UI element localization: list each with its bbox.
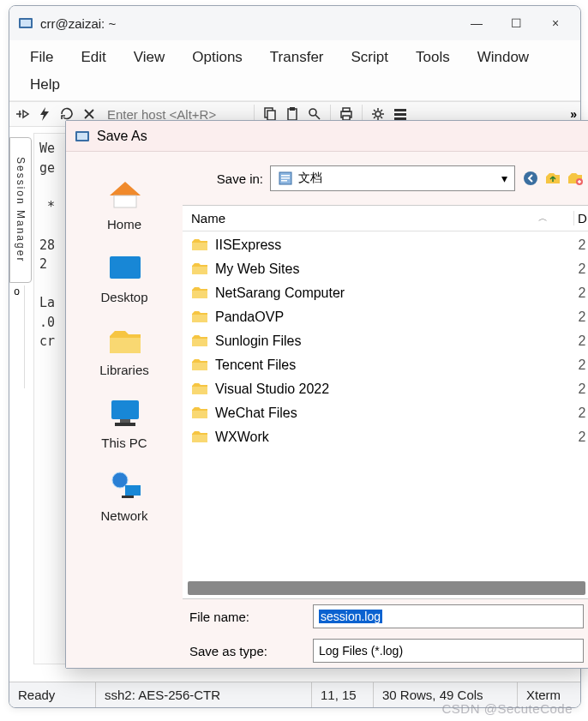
list-item-d: 2 bbox=[573, 333, 588, 349]
svg-rect-32 bbox=[192, 267, 207, 274]
places-bar: Home Desktop Libraries This PC Network bbox=[66, 152, 183, 668]
list-item-label: PandaOVP bbox=[215, 309, 284, 325]
svg-rect-1 bbox=[21, 20, 31, 27]
new-folder-icon[interactable] bbox=[567, 170, 584, 187]
save-in-combo[interactable]: 文档 ▾ bbox=[270, 165, 515, 191]
listview-header[interactable]: Name ︿ D bbox=[183, 206, 588, 231]
list-item-label: NetSarang Computer bbox=[215, 285, 345, 301]
list-item[interactable]: WXWork2 bbox=[183, 425, 588, 449]
place-libraries[interactable]: Libraries bbox=[99, 323, 149, 377]
statusbar: Ready ssh2: AES-256-CTR 11, 15 30 Rows, … bbox=[9, 682, 580, 707]
dialog-titlebar: Save As bbox=[66, 121, 588, 152]
host-input[interactable]: Enter host <Alt+R> bbox=[102, 107, 248, 122]
place-home-label: Home bbox=[107, 217, 141, 231]
list-item-label: Visual Studio 2022 bbox=[215, 382, 329, 397]
svg-rect-12 bbox=[394, 113, 406, 116]
dialog-title: Save As bbox=[97, 129, 147, 144]
maximize-button[interactable]: ☐ bbox=[496, 10, 536, 36]
menu-file[interactable]: File bbox=[16, 44, 67, 71]
menu-help[interactable]: Help bbox=[16, 71, 74, 99]
list-item[interactable]: NetSarang Computer2 bbox=[183, 281, 588, 305]
svg-rect-23 bbox=[125, 485, 141, 496]
svg-rect-38 bbox=[192, 411, 207, 418]
svg-rect-26 bbox=[281, 175, 290, 177]
list-item-label: Tencent Files bbox=[215, 357, 296, 373]
place-home[interactable]: Home bbox=[106, 177, 142, 231]
menu-window[interactable]: Window bbox=[464, 44, 543, 71]
sort-indicator-icon: ︿ bbox=[538, 212, 548, 225]
list-item-d: 2 bbox=[573, 430, 588, 445]
svg-rect-28 bbox=[281, 180, 287, 182]
menu-view[interactable]: View bbox=[120, 44, 179, 71]
toolbar-overflow[interactable]: » bbox=[570, 107, 577, 121]
list-item[interactable]: PandaOVP2 bbox=[183, 305, 588, 329]
status-cursor: 11, 15 bbox=[311, 682, 373, 707]
list-item[interactable]: Tencent Files2 bbox=[183, 353, 588, 377]
status-term: Xterm bbox=[517, 682, 580, 707]
titlebar: crr@zaizai: ~ — ☐ × bbox=[9, 6, 580, 40]
svg-rect-19 bbox=[111, 400, 139, 419]
menubar: File Edit View Options Transfer Script T… bbox=[9, 40, 580, 101]
svg-rect-18 bbox=[110, 338, 141, 353]
svg-rect-8 bbox=[343, 108, 350, 111]
back-icon[interactable] bbox=[522, 170, 539, 187]
window-title: crr@zaizai: ~ bbox=[40, 16, 457, 31]
menu-script[interactable]: Script bbox=[338, 44, 402, 71]
save-type-label: Save as type: bbox=[189, 644, 304, 658]
svg-point-10 bbox=[375, 111, 381, 117]
svg-rect-27 bbox=[281, 177, 290, 179]
svg-rect-16 bbox=[114, 195, 136, 207]
save-type-combo[interactable]: Log Files (*.log) bbox=[313, 639, 584, 663]
list-item[interactable]: Sunlogin Files2 bbox=[183, 329, 588, 353]
place-desktop[interactable]: Desktop bbox=[100, 250, 147, 304]
svg-rect-21 bbox=[115, 423, 135, 426]
list-item[interactable]: IISExpress2 bbox=[183, 233, 588, 257]
col-name[interactable]: Name bbox=[191, 211, 225, 225]
thispc-icon bbox=[106, 396, 142, 432]
list-item-d: 2 bbox=[573, 382, 588, 397]
session-manager-tab[interactable]: Session Manager bbox=[9, 137, 32, 283]
svg-rect-33 bbox=[192, 291, 207, 298]
list-item[interactable]: Visual Studio 20222 bbox=[183, 377, 588, 401]
file-name-input[interactable]: session.log bbox=[313, 604, 584, 628]
place-network[interactable]: Network bbox=[100, 469, 147, 523]
list-item-label: WXWork bbox=[215, 430, 269, 445]
list-item-label: My Web Sites bbox=[215, 261, 299, 277]
menu-transfer[interactable]: Transfer bbox=[256, 44, 338, 71]
svg-rect-37 bbox=[192, 387, 207, 394]
file-listview[interactable]: Name ︿ D IISExpress2My Web Sites2NetSara… bbox=[183, 205, 588, 599]
list-item-d: 2 bbox=[573, 285, 588, 301]
svg-point-29 bbox=[524, 171, 537, 185]
list-item[interactable]: My Web Sites2 bbox=[183, 257, 588, 281]
menu-tools[interactable]: Tools bbox=[402, 44, 464, 71]
svg-rect-11 bbox=[394, 109, 406, 111]
place-thispc[interactable]: This PC bbox=[101, 396, 147, 450]
list-item-d: 2 bbox=[573, 406, 588, 421]
save-as-dialog: Save As Home Desktop Libraries This PC bbox=[65, 120, 588, 669]
status-size: 30 Rows, 49 Cols bbox=[373, 682, 517, 707]
svg-rect-35 bbox=[192, 339, 207, 346]
svg-rect-20 bbox=[120, 419, 130, 423]
list-item-d: 2 bbox=[573, 309, 588, 325]
list-item-label: IISExpress bbox=[215, 237, 281, 253]
side-strip[interactable]: o bbox=[9, 285, 25, 388]
list-item-label: WeChat Files bbox=[215, 406, 297, 421]
connect-icon[interactable] bbox=[13, 105, 32, 123]
list-item-d: 2 bbox=[573, 237, 588, 253]
place-network-label: Network bbox=[100, 508, 147, 523]
svg-rect-3 bbox=[267, 111, 275, 120]
list-item[interactable]: WeChat Files2 bbox=[183, 401, 588, 425]
svg-rect-17 bbox=[110, 256, 141, 279]
lightning-icon[interactable] bbox=[35, 105, 54, 123]
menu-edit[interactable]: Edit bbox=[67, 44, 119, 71]
up-folder-icon[interactable] bbox=[544, 170, 561, 187]
dialog-right-pane: Save in: 文档 ▾ Name bbox=[183, 152, 588, 668]
col-d[interactable]: D bbox=[573, 211, 588, 225]
close-button[interactable]: × bbox=[536, 10, 575, 36]
home-icon bbox=[106, 177, 142, 213]
horizontal-scrollbar[interactable] bbox=[188, 581, 585, 595]
svg-rect-31 bbox=[192, 243, 207, 250]
save-in-value: 文档 bbox=[298, 171, 322, 186]
minimize-button[interactable]: — bbox=[457, 10, 496, 36]
menu-options[interactable]: Options bbox=[178, 44, 256, 71]
